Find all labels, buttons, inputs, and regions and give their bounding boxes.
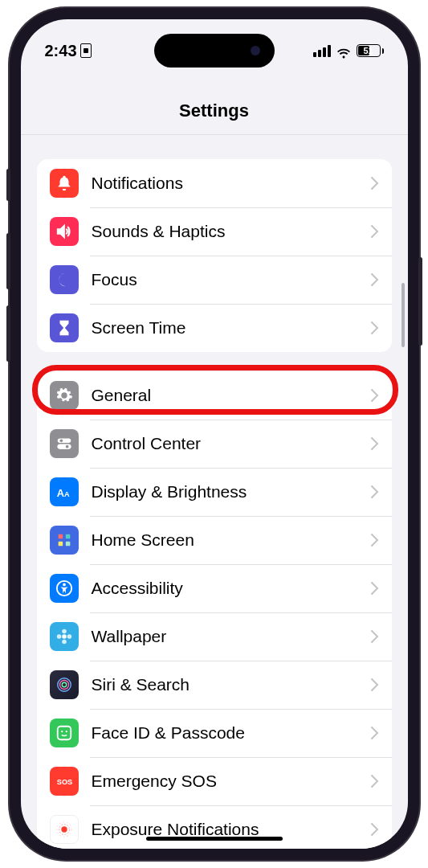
- row-label: General: [92, 386, 371, 405]
- svg-rect-1: [57, 444, 71, 449]
- row-label: Siri & Search: [92, 675, 371, 694]
- flower-icon: [50, 622, 79, 651]
- mute-switch: [6, 169, 10, 201]
- dynamic-island: [154, 34, 275, 68]
- chevron-right-icon: [371, 389, 379, 402]
- chevron-right-icon: [371, 775, 379, 788]
- header: Settings: [21, 88, 408, 135]
- scroll-indicator[interactable]: [402, 283, 405, 347]
- chevron-right-icon: [371, 582, 379, 595]
- grid-icon: [50, 526, 79, 555]
- svg-point-18: [59, 681, 68, 690]
- row-control-center[interactable]: Control Center: [37, 420, 392, 468]
- phone-frame: 2:43 51 Settings Notificati: [10, 8, 419, 860]
- row-emergency-sos[interactable]: SOS Emergency SOS: [37, 757, 392, 805]
- svg-point-11: [63, 583, 66, 587]
- svg-rect-8: [58, 542, 63, 547]
- settings-group-2: General Control Center AA Display & Brig…: [37, 371, 392, 849]
- row-general[interactable]: General: [37, 371, 392, 420]
- home-indicator[interactable]: [146, 837, 283, 841]
- hourglass-icon: [50, 313, 79, 342]
- chevron-right-icon: [371, 534, 379, 547]
- row-accessibility[interactable]: Accessibility: [37, 564, 392, 612]
- clock: 2:43: [45, 42, 77, 60]
- row-sounds-haptics[interactable]: Sounds & Haptics: [37, 207, 392, 256]
- row-focus[interactable]: Focus: [37, 256, 392, 304]
- chevron-right-icon: [371, 177, 379, 190]
- chevron-right-icon: [371, 823, 379, 836]
- toggles-icon: [50, 429, 79, 458]
- svg-point-14: [62, 640, 67, 645]
- row-label: Screen Time: [92, 318, 371, 338]
- svg-text:A: A: [56, 487, 63, 499]
- svg-point-22: [65, 731, 67, 732]
- svg-text:A: A: [64, 490, 70, 498]
- row-label: Sounds & Haptics: [92, 222, 371, 241]
- volume-up-button: [6, 233, 10, 289]
- status-right: 51: [313, 44, 384, 57]
- chevron-right-icon: [371, 727, 379, 739]
- status-left: 2:43: [45, 42, 92, 60]
- speaker-icon: [50, 217, 79, 246]
- volume-down-button: [6, 305, 10, 362]
- row-label: Display & Brightness: [92, 482, 371, 502]
- cellular-icon: [313, 45, 331, 57]
- svg-point-19: [62, 682, 67, 687]
- battery-indicator: 51: [357, 44, 384, 57]
- moon-icon: [50, 265, 79, 294]
- svg-point-16: [67, 634, 71, 639]
- svg-point-12: [62, 634, 67, 639]
- svg-point-3: [65, 445, 68, 448]
- exposure-icon: [50, 815, 79, 844]
- siri-icon: [50, 670, 79, 699]
- svg-point-24: [61, 826, 67, 832]
- row-notifications[interactable]: Notifications: [37, 159, 392, 207]
- svg-point-21: [61, 731, 63, 732]
- row-label: Emergency SOS: [92, 772, 371, 791]
- row-home-screen[interactable]: Home Screen: [37, 516, 392, 564]
- svg-rect-7: [65, 534, 70, 539]
- svg-point-2: [59, 440, 63, 443]
- sos-icon: SOS: [50, 767, 79, 796]
- row-label: Wallpaper: [92, 627, 371, 646]
- battery-percent: 51: [363, 46, 373, 55]
- row-screen-time[interactable]: Screen Time: [37, 304, 392, 352]
- row-face-id-passcode[interactable]: Face ID & Passcode: [37, 709, 392, 757]
- person-circle-icon: [50, 574, 79, 603]
- row-label: Home Screen: [92, 530, 371, 550]
- chevron-right-icon: [371, 225, 379, 238]
- chevron-right-icon: [371, 678, 379, 691]
- row-siri-search[interactable]: Siri & Search: [37, 661, 392, 709]
- row-exposure-notifications[interactable]: Exposure Notifications: [37, 805, 392, 849]
- svg-point-13: [62, 629, 67, 634]
- row-label: Control Center: [92, 434, 371, 453]
- row-label: Face ID & Passcode: [92, 723, 371, 743]
- chevron-right-icon: [371, 437, 379, 450]
- svg-rect-6: [58, 534, 63, 539]
- gear-icon: [50, 381, 79, 410]
- row-label: Notifications: [92, 174, 371, 193]
- row-display-brightness[interactable]: AA Display & Brightness: [37, 468, 392, 516]
- row-label: Accessibility: [92, 579, 371, 598]
- row-label: Focus: [92, 270, 371, 289]
- settings-group-1: Notifications Sounds & Haptics Focus Scr…: [37, 159, 392, 352]
- svg-point-15: [56, 634, 61, 639]
- row-wallpaper[interactable]: Wallpaper: [37, 612, 392, 661]
- face-icon: [50, 719, 79, 747]
- page-title: Settings: [21, 100, 408, 121]
- bell-icon: [50, 169, 79, 198]
- svg-rect-9: [65, 542, 70, 547]
- svg-rect-20: [57, 727, 71, 740]
- chevron-right-icon: [371, 273, 379, 286]
- svg-text:SOS: SOS: [56, 778, 71, 786]
- screen: 2:43 51 Settings Notificati: [21, 19, 408, 849]
- sim-icon: [80, 43, 92, 58]
- power-button: [418, 257, 422, 346]
- text-size-icon: AA: [50, 477, 79, 506]
- svg-rect-0: [57, 439, 71, 444]
- settings-list[interactable]: Notifications Sounds & Haptics Focus Scr…: [21, 140, 408, 849]
- chevron-right-icon: [371, 630, 379, 643]
- chevron-right-icon: [371, 485, 379, 498]
- wifi-icon: [336, 45, 352, 57]
- chevron-right-icon: [371, 321, 379, 334]
